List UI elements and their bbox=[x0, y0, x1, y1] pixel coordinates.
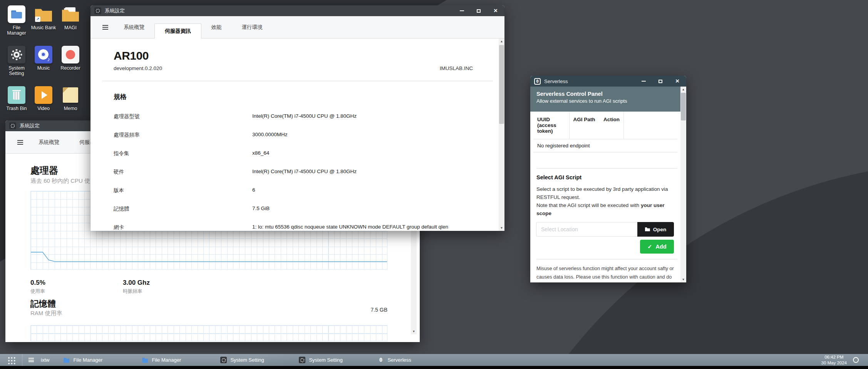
tab-bar: 系統概覽 伺服器資訊 效能 運行環境 bbox=[90, 16, 504, 38]
taskbar-app-icon bbox=[63, 357, 70, 363]
taskbar-item[interactable]: System Setting bbox=[220, 357, 299, 363]
taskbar-item[interactable]: System Setting bbox=[299, 357, 377, 363]
tab[interactable]: 效能 bbox=[201, 19, 232, 35]
taskbar-app-icon bbox=[142, 357, 148, 363]
desktop-icon[interactable]: MAGI bbox=[57, 5, 84, 46]
folder-icon bbox=[645, 227, 650, 231]
spec-value: Intel(R) Core(TM) i7-4500U CPU @ 1.80GHz bbox=[252, 113, 489, 119]
desktop-icon-label: Music bbox=[30, 65, 57, 71]
taskbar: ixtw File Manager File Manager System Se… bbox=[0, 354, 868, 366]
specs-heading: 規格 bbox=[114, 92, 127, 101]
scroll-down-icon[interactable]: ▼ bbox=[411, 329, 417, 334]
script-location-input[interactable] bbox=[536, 222, 637, 237]
taskbar-item[interactable]: Serverless bbox=[377, 357, 456, 363]
table-header-cell: AGI Path bbox=[570, 112, 600, 139]
scrollbar-thumb[interactable] bbox=[499, 45, 504, 124]
desktop-icon-label: Memo bbox=[57, 106, 84, 111]
tab[interactable]: 運行環境 bbox=[232, 19, 273, 35]
desktop-icon[interactable]: Music bbox=[30, 46, 57, 86]
desktop-icon-grid: File Manager Music Bank MAGI System Sett… bbox=[3, 5, 85, 127]
spec-value: 7.5 GiB bbox=[252, 205, 489, 211]
grid-icon bbox=[7, 356, 15, 364]
maximize-button[interactable] bbox=[658, 78, 663, 84]
tab-list: 系統概覽 伺服器資訊 效能 運行環境 bbox=[114, 16, 273, 38]
menu-button[interactable] bbox=[12, 131, 28, 153]
window-title: 系統設定 bbox=[105, 7, 125, 14]
app-icon bbox=[35, 5, 52, 23]
scroll-down-icon[interactable]: ▼ bbox=[499, 225, 504, 231]
build-version: development.0.2.020 bbox=[114, 65, 162, 71]
app-icon bbox=[62, 5, 79, 23]
scrollbar[interactable]: ▲ ▼ bbox=[680, 87, 686, 282]
scroll-up-icon[interactable]: ▲ bbox=[499, 38, 504, 44]
minimize-button[interactable] bbox=[459, 8, 464, 13]
spec-label: 硬件 bbox=[114, 169, 252, 175]
minimize-icon bbox=[642, 81, 646, 82]
spec-row: 處理器型號 Intel(R) Core(TM) i7-4500U CPU @ 1… bbox=[114, 110, 489, 129]
desktop: File Manager Music Bank MAGI System Sett… bbox=[0, 0, 868, 369]
hostname: AR100 bbox=[114, 49, 149, 62]
clock-time: 06:42 PM bbox=[821, 354, 847, 360]
app-launcher-button[interactable] bbox=[0, 354, 22, 366]
serverless-content: Serverless Control Panel Allow external … bbox=[530, 87, 686, 282]
window-titlebar[interactable]: 0 Serverless × bbox=[530, 76, 686, 87]
tab[interactable]: 系統概覽 bbox=[28, 134, 69, 150]
taskbar-item-label: File Manager bbox=[73, 357, 102, 363]
desktop-icon[interactable]: File Manager bbox=[3, 5, 30, 46]
cpu-clock-label: 時脈頻率 bbox=[123, 288, 142, 295]
desktop-icon-label: Recorder bbox=[57, 65, 84, 71]
add-button-label: Add bbox=[655, 244, 666, 250]
desktop-icon[interactable]: Music Bank bbox=[30, 5, 57, 46]
system-setting-window: 系統設定 × 系統概覽 伺服器資訊 效能 運行環境 AR bbox=[90, 5, 504, 231]
taskbar-item-label: Serverless bbox=[387, 357, 411, 363]
maximize-button[interactable] bbox=[476, 8, 481, 13]
close-icon: × bbox=[675, 78, 679, 84]
divider bbox=[536, 259, 677, 259]
add-button[interactable]: ✓ Add bbox=[640, 240, 674, 254]
username-label: ixtw bbox=[41, 357, 49, 363]
scrollbar[interactable]: ▲ ▼ bbox=[499, 38, 504, 231]
table-header-cell: Action bbox=[600, 112, 624, 139]
scroll-up-icon[interactable]: ▲ bbox=[680, 87, 686, 92]
taskbar-menu-button[interactable] bbox=[22, 358, 40, 362]
app-icon bbox=[8, 46, 25, 63]
cpu-usage-value: 0.5% bbox=[30, 279, 45, 287]
spec-label: 記憶體 bbox=[114, 205, 252, 212]
menu-button[interactable] bbox=[97, 16, 114, 38]
open-button-label: Open bbox=[653, 227, 667, 232]
table-header-cell: UUID (access token) bbox=[533, 112, 570, 139]
taskbar-item[interactable]: File Manager bbox=[142, 357, 220, 363]
close-button[interactable]: × bbox=[493, 8, 498, 13]
taskbar-right: 06:42 PM 30 May 2024 bbox=[821, 354, 868, 366]
minimize-icon bbox=[460, 10, 464, 11]
tab[interactable]: 系統概覽 bbox=[114, 19, 154, 35]
app-icon bbox=[62, 86, 79, 104]
gear-icon bbox=[94, 7, 101, 14]
desktop-icon[interactable]: Recorder bbox=[57, 46, 84, 86]
desktop-icon-label: MAGI bbox=[57, 25, 84, 30]
window-titlebar[interactable]: 系統設定 × bbox=[90, 5, 504, 16]
tab[interactable]: 伺服器資訊 bbox=[154, 23, 201, 38]
close-button[interactable]: × bbox=[675, 78, 680, 84]
divider bbox=[102, 81, 493, 81]
desktop-icon[interactable]: System Setting bbox=[3, 46, 30, 86]
spec-label: 指令集 bbox=[114, 150, 252, 157]
maximize-icon bbox=[477, 9, 481, 13]
spec-label: 處理器頻率 bbox=[114, 132, 252, 139]
spec-label: 版本 bbox=[114, 187, 252, 194]
description-line: Select a script to be executed by 3rd pa… bbox=[536, 186, 668, 200]
serverless-app-icon: 0 bbox=[534, 78, 541, 85]
open-button[interactable]: Open bbox=[637, 222, 674, 237]
serverless-header-panel: Serverless Control Panel Allow external … bbox=[530, 87, 680, 112]
maximize-icon bbox=[659, 80, 662, 83]
divider bbox=[536, 168, 677, 169]
taskbar-app-icon bbox=[377, 357, 384, 363]
spec-row: 硬件 Intel(R) Core(TM) i7-4500U CPU @ 1.80… bbox=[114, 165, 489, 184]
taskbar-item[interactable]: File Manager bbox=[63, 357, 142, 363]
power-icon[interactable] bbox=[853, 357, 859, 363]
spec-label: 網卡 bbox=[114, 224, 252, 231]
scroll-down-icon[interactable]: ▼ bbox=[680, 277, 686, 282]
specs-table: 處理器型號 Intel(R) Core(TM) i7-4500U CPU @ 1… bbox=[114, 110, 489, 231]
minimize-button[interactable] bbox=[641, 78, 646, 84]
scrollbar-thumb[interactable] bbox=[681, 93, 686, 120]
